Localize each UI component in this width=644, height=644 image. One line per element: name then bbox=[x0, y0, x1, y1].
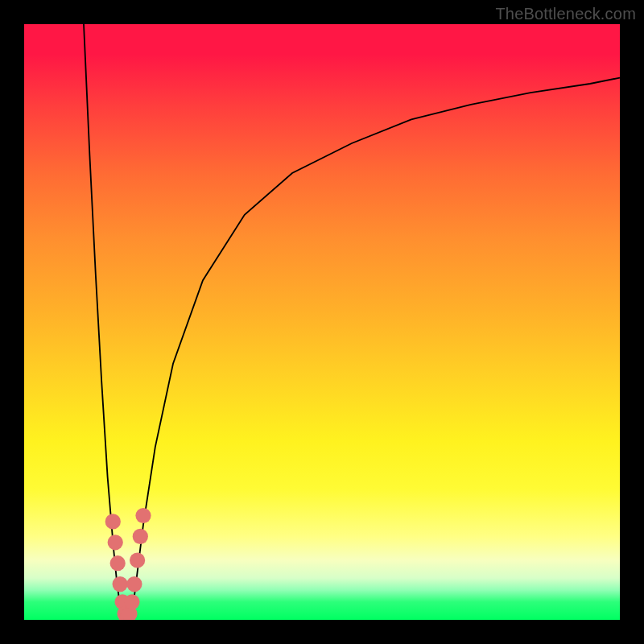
data-bead bbox=[105, 514, 121, 529]
data-bead bbox=[130, 552, 145, 568]
data-bead bbox=[133, 529, 148, 544]
data-bead bbox=[124, 594, 139, 609]
data-bead bbox=[135, 508, 151, 523]
plot-area bbox=[24, 24, 620, 620]
chart-frame: TheBottleneck.com bbox=[0, 0, 644, 644]
data-bead bbox=[126, 576, 142, 592]
attribution-watermark: TheBottleneck.com bbox=[495, 5, 636, 23]
data-bead bbox=[110, 555, 126, 571]
data-bead bbox=[113, 576, 128, 592]
data-bead bbox=[108, 535, 123, 550]
data-bead-overlay bbox=[24, 24, 620, 620]
